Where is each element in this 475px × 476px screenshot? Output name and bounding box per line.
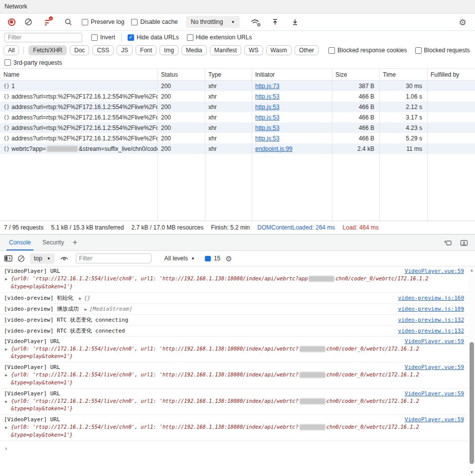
undock-drawer-icon[interactable]: [444, 239, 452, 246]
live-expression-eye-icon[interactable]: [60, 255, 69, 262]
network-request-row[interactable]: {}address?url=rtsp:%2F%2F172.16.1.2:554%…: [0, 112, 475, 122]
import-har-button[interactable]: [269, 15, 282, 28]
filter-chip-doc[interactable]: Doc: [70, 45, 89, 55]
object-preview-text[interactable]: {url0: 'rtsp://172.16.1.2:554/live/chn0'…: [11, 398, 464, 413]
expand-arrow-icon[interactable]: ▶: [85, 307, 87, 312]
invert-checkbox[interactable]: Invert: [91, 34, 115, 41]
scroll-down-icon[interactable]: ▼: [469, 470, 475, 475]
third-party-requests-checkbox[interactable]: 3rd-party requests: [4, 59, 62, 66]
source-location-link[interactable]: VideoPlayer.vue:59: [405, 268, 464, 274]
tab-console[interactable]: Console: [6, 235, 33, 250]
arrow-up-to-bar-icon: [271, 18, 279, 26]
expand-arrow-icon[interactable]: ▶: [5, 425, 7, 430]
console-filter-input[interactable]: [76, 253, 152, 263]
object-preview-inline[interactable]: [MediaStream]: [89, 306, 132, 312]
source-location-link[interactable]: video-preview.js:160: [398, 295, 464, 301]
initiator-link[interactable]: endpoint.js:99: [255, 145, 293, 152]
network-search-button[interactable]: [62, 15, 75, 28]
expand-arrow-icon[interactable]: ▶: [5, 277, 7, 281]
object-preview-text[interactable]: {url0: 'rtsp://172.16.1.2:554/live/chn0'…: [11, 371, 464, 387]
log-levels-select[interactable]: All levels ▼: [164, 255, 195, 262]
issues-counter[interactable]: 15: [205, 255, 220, 262]
object-preview-text[interactable]: {url0: 'rtsp://172.16.1.2:554/live/chn0'…: [11, 275, 464, 291]
expand-arrow-icon[interactable]: ▶: [79, 296, 82, 301]
console-context-select[interactable]: top ▼: [30, 253, 55, 264]
initiator-link[interactable]: http.js:73: [255, 83, 280, 90]
network-request-row[interactable]: {}address?url=rtsp:%2F%2F172.16.1.2:554%…: [0, 91, 475, 102]
filter-chip-all[interactable]: All: [3, 45, 19, 55]
console-log: [VideoPlayer] URLVideoPlayer.vue:59▶{url…: [0, 266, 475, 476]
network-request-row[interactable]: {}address?url=rtsp:%2F%2F172.16.1.2:554%…: [0, 122, 475, 133]
filter-chip-manifest[interactable]: Manifest: [210, 45, 241, 55]
filter-chip-img[interactable]: Img: [159, 45, 178, 55]
network-request-row[interactable]: {}address?url=rtsp:%2F%2F172.16.1.2:554%…: [0, 102, 475, 112]
network-settings-button[interactable]: ⚙: [456, 16, 469, 29]
source-location-link[interactable]: video-preview.js:109: [398, 306, 464, 312]
network-request-row[interactable]: {}address?url=rtsp:%2F%2F172.16.1.2:554%…: [0, 133, 475, 143]
network-filter-input[interactable]: [4, 33, 82, 42]
filter-chip-media[interactable]: Media: [181, 45, 207, 55]
expand-arrow-icon[interactable]: ▶: [5, 399, 7, 404]
initiator-link[interactable]: http.js:53: [255, 93, 280, 100]
column-header-size[interactable]: Size: [332, 71, 379, 78]
source-location-link[interactable]: VideoPlayer.vue:59: [405, 416, 464, 423]
column-header-time[interactable]: Time: [379, 71, 427, 78]
filter-chip-wasm[interactable]: Wasm: [266, 45, 292, 55]
disable-cache-checkbox[interactable]: Disable cache: [131, 18, 177, 25]
source-location-link[interactable]: VideoPlayer.vue:59: [405, 364, 464, 370]
column-header-status[interactable]: Status: [158, 71, 205, 78]
object-preview-inline[interactable]: {}: [84, 295, 90, 301]
export-har-button[interactable]: [289, 15, 302, 28]
source-location-link[interactable]: video-preview.js:132: [398, 317, 464, 323]
expand-drawer-icon[interactable]: [460, 239, 468, 246]
source-location-link[interactable]: VideoPlayer.vue:59: [405, 390, 464, 397]
blocked-response-cookies-checkbox[interactable]: Blocked response cookies: [328, 47, 407, 54]
column-header-type[interactable]: Type: [205, 71, 252, 78]
expand-arrow-icon[interactable]: ▶: [5, 347, 7, 352]
object-preview-text[interactable]: {url0: 'rtsp://172.16.1.2:554/live/chn0'…: [11, 424, 464, 439]
console-message: [video-preview] 初始化 ▶{}video-preview.js:…: [0, 293, 475, 304]
console-message-header: [video-preview] RTC 状态变化 connectedvideo-…: [4, 327, 464, 335]
clear-console-icon[interactable]: [17, 255, 25, 262]
tab-security[interactable]: Security: [40, 235, 66, 250]
blocked-requests-checkbox[interactable]: Blocked requests: [415, 47, 470, 54]
request-name-cell: {}address?url=rtsp:%2F%2F172.16.1.2:554%…: [0, 114, 158, 121]
initiator-link[interactable]: http.js:53: [255, 135, 280, 142]
record-button[interactable]: [5, 15, 18, 28]
console-sidebar-icon[interactable]: [4, 255, 12, 262]
expand-arrow-icon[interactable]: ▶: [5, 373, 7, 377]
network-request-row[interactable]: {}webrtc?app=&stream=suffix_live/chn0/co…: [0, 143, 475, 154]
console-prompt[interactable]: ›: [0, 441, 475, 456]
filter-chip-fetch-xhr[interactable]: Fetch/XHR: [28, 45, 67, 55]
filter-chip-js[interactable]: JS: [117, 45, 133, 55]
initiator-link[interactable]: http.js:53: [255, 104, 280, 111]
network-filter-toggle-button[interactable]: ×: [42, 15, 55, 28]
source-location-link[interactable]: VideoPlayer.vue:59: [405, 338, 464, 345]
hide-data-urls-checkbox[interactable]: ✓ Hide data URLs: [128, 34, 179, 41]
throttling-select[interactable]: No throttling ▼: [186, 16, 240, 28]
console-scrollbar[interactable]: ▲ ▼: [469, 266, 475, 476]
preserve-log-checkbox[interactable]: Preserve log: [82, 18, 124, 25]
scrollbar-thumb[interactable]: [470, 342, 474, 464]
clear-network-log-button[interactable]: [22, 15, 35, 28]
network-conditions-button[interactable]: ⚙: [249, 15, 262, 28]
console-settings-button[interactable]: ⚙: [225, 255, 232, 262]
filter-chip-ws[interactable]: WS: [244, 45, 263, 55]
source-location-link[interactable]: video-preview.js:132: [398, 328, 464, 334]
initiator-link[interactable]: http.js:53: [255, 114, 280, 121]
filter-chip-font[interactable]: Font: [136, 45, 157, 55]
scroll-up-icon[interactable]: ▲: [469, 268, 475, 272]
add-drawer-tab-button[interactable]: +: [72, 238, 77, 247]
column-header-fulfilled-by[interactable]: Fulfilled by: [427, 71, 475, 78]
network-request-row[interactable]: {}1200xhrhttp.js:73387 B30 ms: [0, 81, 475, 91]
request-time-cell: 4.23 s: [379, 124, 427, 131]
column-header-name[interactable]: Name: [0, 71, 158, 78]
filter-chip-other[interactable]: Other: [295, 45, 318, 55]
request-initiator-cell: http.js:53: [252, 93, 332, 100]
object-preview-text[interactable]: {url0: 'rtsp://172.16.1.2:554/live/chn0'…: [11, 346, 464, 361]
column-header-initiator[interactable]: Initiator: [252, 71, 332, 78]
request-status-cell: 200: [158, 114, 205, 121]
filter-chip-css[interactable]: CSS: [92, 45, 114, 55]
initiator-link[interactable]: http.js:53: [255, 124, 280, 131]
hide-extension-urls-checkbox[interactable]: Hide extension URLs: [187, 34, 252, 41]
